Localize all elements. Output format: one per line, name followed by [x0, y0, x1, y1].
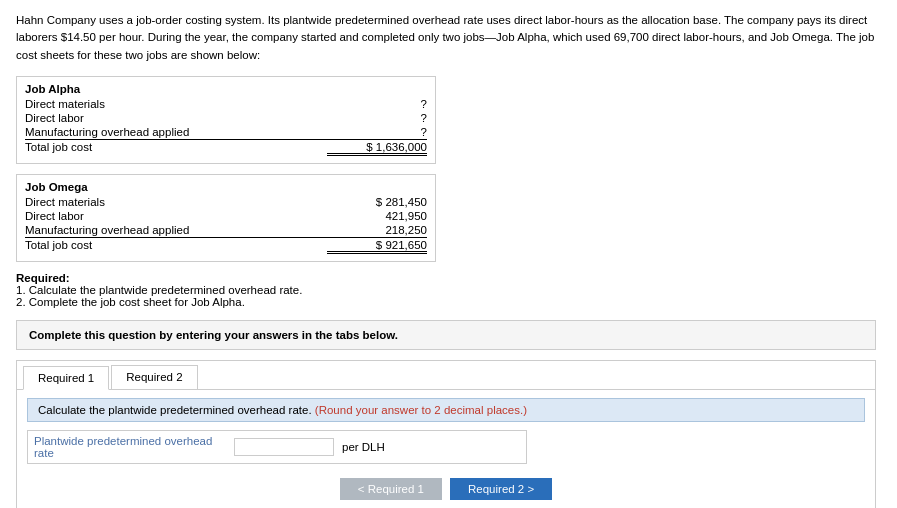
unit-label: per DLH [342, 441, 385, 453]
tabs-header: Required 1 Required 2 [17, 361, 875, 390]
job-alpha-label-1: Direct materials [25, 98, 327, 110]
job-omega-title: Job Omega [25, 181, 427, 193]
intro-text: Hahn Company uses a job-order costing sy… [16, 12, 876, 64]
job-alpha-title: Job Alpha [25, 83, 427, 95]
next-button[interactable]: Required 2 > [450, 478, 552, 500]
job-omega-label-2: Direct labor [25, 210, 327, 222]
job-omega-value-2: 421,950 [327, 210, 427, 222]
job-omega-value-3: 218,250 [327, 224, 427, 236]
job-alpha-row-2: Direct labor ? [25, 111, 427, 125]
job-alpha-value-3: ? [327, 126, 427, 138]
field-label: Plantwide predetermined overhead rate [34, 435, 234, 459]
job-omega-total-row: Total job cost $ 921,650 [25, 237, 427, 255]
required-item-2: 2. Complete the job cost sheet for Job A… [16, 296, 245, 308]
required-section: Required: 1. Calculate the plantwide pre… [16, 272, 881, 308]
tabs-container: Required 1 Required 2 Calculate the plan… [16, 360, 876, 508]
job-alpha-row-3: Manufacturing overhead applied ? [25, 125, 427, 139]
question-box: Complete this question by entering your … [16, 320, 876, 350]
job-alpha-value-2: ? [327, 112, 427, 124]
job-alpha-value-1: ? [327, 98, 427, 110]
job-omega-row-3: Manufacturing overhead applied 218,250 [25, 223, 427, 237]
job-omega-label-1: Direct materials [25, 196, 327, 208]
job-omega-table: Job Omega Direct materials $ 281,450 Dir… [16, 174, 436, 262]
instruction-bar: Calculate the plantwide predetermined ov… [27, 398, 865, 422]
prev-button[interactable]: < Required 1 [340, 478, 442, 500]
instruction-highlight: (Round your answer to 2 decimal places.) [312, 404, 527, 416]
required-title: Required: [16, 272, 70, 284]
tab-required-1[interactable]: Required 1 [23, 366, 109, 390]
job-alpha-table: Job Alpha Direct materials ? Direct labo… [16, 76, 436, 164]
overhead-rate-input[interactable] [234, 438, 334, 456]
job-alpha-total-label: Total job cost [25, 141, 327, 156]
job-alpha-label-3: Manufacturing overhead applied [25, 126, 327, 138]
nav-buttons: < Required 1 Required 2 > [27, 472, 865, 508]
tab-required-2[interactable]: Required 2 [111, 365, 197, 389]
job-omega-row-1: Direct materials $ 281,450 [25, 195, 427, 209]
required-item-1: 1. Calculate the plantwide predetermined… [16, 284, 302, 296]
input-row: Plantwide predetermined overhead rate pe… [27, 430, 527, 464]
job-alpha-row-1: Direct materials ? [25, 97, 427, 111]
job-omega-total-value: $ 921,650 [327, 239, 427, 254]
instruction-text: Calculate the plantwide predetermined ov… [38, 404, 312, 416]
job-omega-row-2: Direct labor 421,950 [25, 209, 427, 223]
job-omega-value-1: $ 281,450 [327, 196, 427, 208]
job-alpha-total-value: $ 1,636,000 [327, 141, 427, 156]
job-omega-total-label: Total job cost [25, 239, 327, 254]
job-alpha-label-2: Direct labor [25, 112, 327, 124]
job-alpha-total-row: Total job cost $ 1,636,000 [25, 139, 427, 157]
job-omega-label-3: Manufacturing overhead applied [25, 224, 327, 236]
tab-content: Calculate the plantwide predetermined ov… [17, 390, 875, 508]
